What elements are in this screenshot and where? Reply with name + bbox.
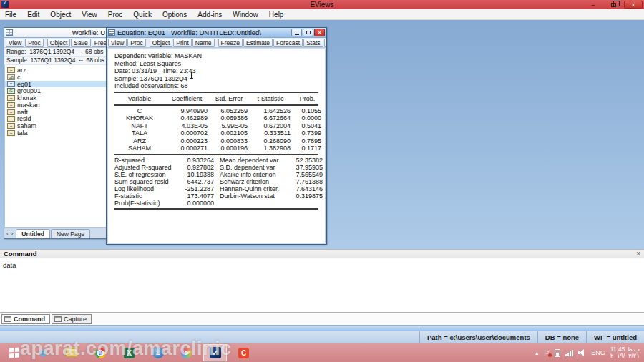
object-name: eq01 xyxy=(17,81,31,88)
network-signal-icon[interactable] xyxy=(565,349,573,356)
system-tray: ▴ ⚐ ENG 11:45 ب.ظ۲۰۱۹/۰۳/۲۱ xyxy=(535,346,644,360)
workfile-toolbar-button[interactable]: Object xyxy=(47,39,71,47)
stat-label: Hannan-Quinn criter. xyxy=(214,185,283,192)
restore-button[interactable] xyxy=(604,1,623,9)
status-wf: WF = untitled xyxy=(586,331,644,343)
workfile-page-tab[interactable]: New Page xyxy=(51,229,90,238)
menu-item[interactable]: View xyxy=(82,11,97,19)
workfile-object-row[interactable]: ~ resid xyxy=(5,116,106,123)
file-explorer-icon[interactable] xyxy=(60,344,84,361)
eviews-taskbar-icon[interactable] xyxy=(203,344,227,361)
camtasia-icon[interactable] xyxy=(232,344,255,361)
clock[interactable]: 11:45 ب.ظ۲۰۱۹/۰۳/۲۱ xyxy=(610,346,640,360)
photos-icon[interactable] xyxy=(175,344,198,361)
workfile-toolbar-button[interactable]: Save xyxy=(71,39,90,47)
stat-value xyxy=(283,200,323,207)
statistic-row: F-statistic 173.4077 Durbin-Watson stat … xyxy=(114,192,323,200)
equation-toolbar-button[interactable]: View xyxy=(108,39,127,47)
workfile-window: Workfile: U ViewProcObjectSaveFreezeDeta… xyxy=(4,27,107,239)
page-scroll-right-icon[interactable]: › xyxy=(11,230,16,238)
stat-value: 173.4077 xyxy=(174,192,214,200)
workfile-toolbar-button[interactable]: View xyxy=(6,39,24,47)
stat-value: 37.95935 xyxy=(283,164,323,171)
workfile-object-row[interactable]: G group01 xyxy=(5,87,106,94)
regression-header-line: Sample: 1376Q1 1392Q4 xyxy=(114,75,318,83)
coefficient-row: SAHAM 0.000271 0.000196 1.382908 0.1717 xyxy=(114,145,323,152)
menu-item[interactable]: Options xyxy=(162,11,187,19)
workfile-titlebar[interactable]: Workfile: U xyxy=(4,28,107,38)
internet-explorer-icon[interactable] xyxy=(31,344,55,361)
stat-value: 10.19388 xyxy=(174,171,214,178)
action-center-flag-icon[interactable]: ⚐ xyxy=(543,349,550,357)
equation-toolbar-button[interactable]: Resids xyxy=(324,39,326,47)
workfile-object-row[interactable]: ~ tala xyxy=(5,129,106,137)
menu-item[interactable]: Proc xyxy=(108,11,123,19)
object-type-icon: ~ xyxy=(7,67,15,73)
workfile-object-row[interactable]: ~ arz xyxy=(5,67,106,74)
divider xyxy=(114,208,318,210)
stat-label: Log likelihood xyxy=(114,185,174,192)
command-close-icon[interactable]: × xyxy=(636,250,640,258)
command-input-area[interactable]: data xyxy=(0,259,644,312)
stat-label: Prob(F-statistic) xyxy=(114,200,174,207)
workfile-object-row[interactable]: ~ khorak xyxy=(5,94,106,102)
workfile-object-row[interactable]: αβ c xyxy=(5,74,106,81)
stat-value: -251.2287 xyxy=(174,185,214,192)
windows-start-icon[interactable] xyxy=(3,344,26,361)
equation-toolbar-button[interactable]: Object xyxy=(150,39,173,47)
workfile-toolbar-button[interactable]: Proc xyxy=(25,39,43,47)
menu-item[interactable]: Edit xyxy=(27,11,39,19)
workfile-toolbar-button[interactable]: Freeze xyxy=(92,39,107,47)
equation-toolbar-button[interactable]: Name xyxy=(192,39,215,47)
object-type-icon: ~ xyxy=(7,102,15,108)
equation-toolbar-button[interactable]: Freeze xyxy=(218,39,243,47)
screen: EViews – × FileEditObjectViewProcQuickOp… xyxy=(0,0,644,362)
workfile-page-tabs: ‹ › UntitledNew Page xyxy=(4,228,107,238)
menu-item[interactable]: Window xyxy=(233,11,258,19)
math-tool-icon[interactable] xyxy=(146,344,170,361)
tray-date: ۲۰۱۹/۰۳/۲۱ xyxy=(610,352,640,359)
regression-header: Dependent Variable: MASKANMethod: Least … xyxy=(114,52,318,90)
battery-icon[interactable] xyxy=(555,349,560,357)
equation-toolbar-button[interactable]: Forecast xyxy=(273,39,303,47)
workfile-object-row[interactable]: ~ naft xyxy=(5,109,106,116)
command-pane-tab[interactable]: Capture xyxy=(52,314,92,324)
menu-bar: FileEditObjectViewProcQuickOptionsAdd-in… xyxy=(0,10,644,20)
equation-toolbar-button[interactable]: Print xyxy=(173,39,191,47)
minimize-button[interactable]: – xyxy=(584,1,602,9)
language-indicator[interactable]: ENG xyxy=(591,349,605,356)
object-name: naft xyxy=(17,109,28,116)
stat-label: S.E. of regression xyxy=(114,171,174,178)
excel-icon[interactable] xyxy=(117,344,141,361)
equation-toolbar-button[interactable]: Estimate xyxy=(243,39,273,47)
workfile-object-row[interactable]: ~ maskan xyxy=(5,102,106,109)
app-titlebar[interactable]: EViews – × xyxy=(0,0,644,9)
equation-toolbar-button[interactable]: Proc xyxy=(127,39,145,47)
menu-item[interactable]: Help xyxy=(269,11,284,19)
summary-statistics-table: R-squared 0.933264 Mean dependent var 52… xyxy=(114,157,323,207)
menu-item[interactable]: Add-ins xyxy=(197,11,222,19)
stat-value: 52.35382 xyxy=(283,157,323,164)
menu-item[interactable]: File xyxy=(5,11,16,19)
equation-restore-button[interactable] xyxy=(303,29,313,36)
stat-value: 0.933264 xyxy=(174,157,214,164)
statistic-row: S.E. of regression 10.19388 Akaike info … xyxy=(114,171,323,178)
object-type-icon: = xyxy=(7,81,15,87)
equation-minimize-button[interactable] xyxy=(291,29,302,36)
object-type-icon: ~ xyxy=(7,109,15,115)
menu-item[interactable]: Object xyxy=(50,11,71,19)
volume-icon[interactable] xyxy=(578,349,586,356)
equation-titlebar[interactable]: Equation: EQ01 Workfile: UNTITLED::Untit… xyxy=(107,28,326,38)
restore-icon xyxy=(611,3,616,7)
chrome-icon[interactable] xyxy=(89,344,112,361)
hidden-icons-chevron-icon[interactable]: ▴ xyxy=(535,350,538,356)
equation-close-button[interactable]: × xyxy=(314,29,325,36)
equation-toolbar-button[interactable]: Stats xyxy=(303,39,323,47)
page-scroll-left-icon[interactable]: ‹ xyxy=(6,230,11,238)
close-button[interactable]: × xyxy=(624,1,643,9)
workfile-page-tab[interactable]: Untitled xyxy=(16,229,50,238)
workfile-object-row[interactable]: = eq01 xyxy=(5,81,106,88)
workfile-object-row[interactable]: ~ saham xyxy=(5,122,106,129)
menu-item[interactable]: Quick xyxy=(133,11,152,19)
command-pane-tab[interactable]: Command xyxy=(1,314,50,324)
